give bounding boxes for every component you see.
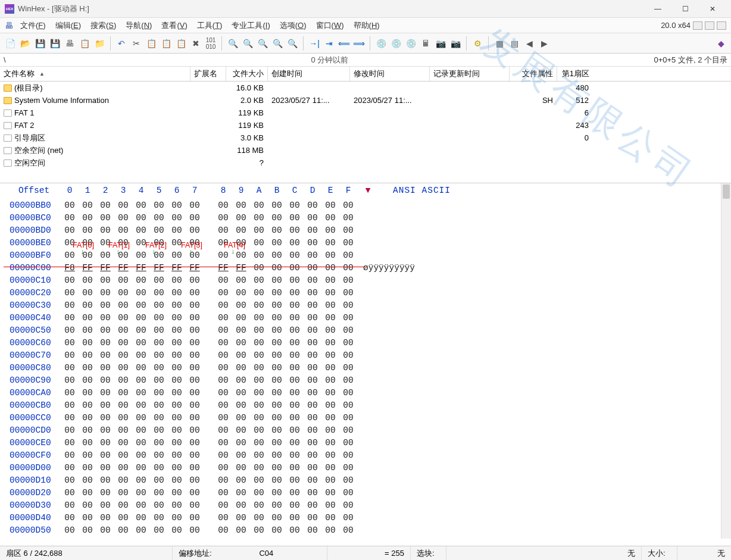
table-row[interactable]: (根目录) 16.0 KB 480 — [0, 82, 731, 94]
minimize-button[interactable]: — — [644, 1, 671, 17]
arrow-icon: ↓ — [80, 248, 85, 257]
menu-文件(F)[interactable]: 文件(F) — [15, 18, 51, 33]
hex-row[interactable]: 00000C3000000000000000000000000000000000 — [1, 299, 731, 312]
table-row[interactable]: System Volume Information 2.0 KB 2023/05… — [0, 94, 731, 107]
find-hex-icon[interactable]: 🔍 — [241, 37, 254, 50]
hex-row[interactable]: 00000BC000000000000000000000000000000000 — [1, 212, 731, 224]
disk3-icon[interactable]: 💿 — [404, 37, 417, 50]
hex-row[interactable]: 00000CF000000000000000000000000000000000 — [1, 449, 731, 462]
hex-row[interactable]: 00000CC000000000000000000000000000000000 — [1, 412, 731, 424]
menu-窗口(W)[interactable]: 窗口(W) — [311, 18, 349, 33]
copy-icon[interactable]: 📋 — [145, 37, 158, 50]
hex-row[interactable]: 00000CB000000000000000000000000000000000 — [1, 399, 731, 412]
folder-icon[interactable]: 📁 — [93, 37, 106, 50]
hex-row[interactable]: 00000D2000000000000000000000000000000000 — [1, 487, 731, 499]
binary-icon[interactable]: 101010 — [204, 37, 217, 50]
hex-row[interactable]: 00000D3000000000000000000000000000000000 — [1, 499, 731, 512]
file-list-header[interactable]: 文件名称 扩展名 文件大小 创建时间 修改时间 记录更新时间 文件属性 第1扇区 — [0, 67, 731, 82]
hex-row[interactable]: 00000CA000000000000000000000000000000000 — [1, 387, 731, 399]
col-ext[interactable]: 扩展名 — [190, 67, 226, 81]
table-row[interactable]: 引导扇区 3.0 KB 0 — [0, 132, 731, 144]
close-button[interactable]: ✕ — [699, 1, 726, 17]
menu-工具(T)[interactable]: 工具(T) — [192, 18, 227, 33]
cut-icon[interactable]: ✂ — [130, 37, 143, 50]
hex-row[interactable]: 00000D5000000000000000000000000000000000 — [1, 524, 731, 537]
menu-导航(N)[interactable]: 导航(N) — [121, 18, 157, 33]
prev-icon[interactable]: ◀ — [523, 37, 536, 50]
col-created[interactable]: 创建时间 — [268, 67, 350, 81]
table-row[interactable]: 空闲空间 ? — [0, 157, 731, 169]
hex-row[interactable]: 00000C4000000000000000000000000000000000 — [1, 312, 731, 324]
col-name[interactable]: 文件名称 — [0, 67, 190, 81]
goto-sector-icon[interactable]: ⇥ — [323, 37, 336, 50]
undo-icon[interactable]: ↶ — [115, 37, 128, 50]
hex-row[interactable]: 00000C7000000000000000000000000000000000 — [1, 349, 731, 362]
hex-row[interactable]: 00000BD000000000000000000000000000000000 — [1, 224, 731, 237]
disk-icon[interactable]: 💿 — [374, 37, 388, 50]
new-icon[interactable]: 📄 — [4, 37, 17, 50]
clipboard-icon[interactable]: 📋 — [160, 37, 173, 50]
saveas-icon[interactable]: 💾 — [48, 37, 61, 50]
col-updated[interactable]: 记录更新时间 — [430, 67, 510, 81]
hex-row[interactable]: 00000D0000000000000000000000000000000000 — [1, 462, 731, 474]
open-icon[interactable]: 📂 — [18, 37, 32, 50]
hex-row[interactable]: 00000C5000000000000000000000000000000000 — [1, 324, 731, 337]
save-icon[interactable]: 💾 — [33, 37, 46, 50]
find-icon[interactable]: 🔍 — [226, 37, 239, 50]
delete-icon[interactable]: ✖ — [189, 37, 202, 50]
hex-row[interactable]: 00000CD000000000000000000000000000000000 — [1, 424, 731, 437]
gear-icon[interactable]: ⚙ — [471, 37, 484, 50]
hex-row[interactable]: 00000C00F8FFFFFFFFFFFFFFFFFF000000000000… — [1, 262, 731, 274]
find-text-icon[interactable]: 🔍 — [256, 37, 269, 50]
hex-row[interactable]: 00000BB000000000000000000000000000000000 — [1, 199, 731, 212]
camera-icon[interactable]: 📷 — [434, 37, 447, 50]
table-row[interactable]: 空余空间 (net) 118 MB — [0, 144, 731, 157]
hex-row[interactable]: 00000C9000000000000000000000000000000000 — [1, 374, 731, 387]
hex-row[interactable]: 00000CE000000000000000000000000000000000 — [1, 437, 731, 449]
hex-row[interactable]: 00000BF000000000000000000000000000000000 — [1, 249, 731, 262]
col-attr[interactable]: 文件属性 — [510, 67, 557, 81]
goto-icon[interactable]: →| — [308, 37, 321, 50]
hex-row[interactable]: 00000C6000000000000000000000000000000000 — [1, 337, 731, 349]
mdi-restore-button[interactable] — [705, 21, 714, 30]
help-icon[interactable]: ◆ — [714, 37, 727, 50]
hex-col-5: 5 — [150, 184, 168, 197]
hex-row[interactable]: 00000C1000000000000000000000000000000000 — [1, 274, 731, 287]
status-value: = 255 — [327, 546, 411, 560]
table-row[interactable]: FAT 1 119 KB 6 — [0, 107, 731, 119]
mdi-min-button[interactable] — [693, 21, 702, 30]
col-sector[interactable]: 第1扇区 — [557, 67, 593, 81]
maximize-button[interactable]: ☐ — [671, 1, 699, 17]
back-icon[interactable]: ⟸ — [338, 37, 351, 50]
col-modified[interactable]: 修改时间 — [350, 67, 430, 81]
menu-搜索(S)[interactable]: 搜索(S) — [86, 18, 121, 33]
hex-row[interactable]: 00000D4000000000000000000000000000000000 — [1, 512, 731, 524]
col-size[interactable]: 文件大小 — [226, 67, 268, 81]
printer-icon[interactable]: 🖶 — [2, 19, 15, 32]
disk2-icon[interactable]: 💿 — [389, 37, 402, 50]
menu-选项(O)[interactable]: 选项(O) — [275, 18, 311, 33]
print-icon[interactable]: 🖶 — [63, 37, 76, 50]
hex-row[interactable]: 00000C8000000000000000000000000000000000 — [1, 362, 731, 374]
next-icon[interactable]: ▶ — [538, 37, 551, 50]
tool2-icon[interactable]: ▤ — [508, 37, 521, 50]
vertical-scrollbar[interactable] — [721, 183, 731, 539]
table-row[interactable]: FAT 2 119 KB 243 — [0, 119, 731, 132]
menu-查看(V)[interactable]: 查看(V) — [157, 18, 192, 33]
menu-帮助(H)[interactable]: 帮助(H) — [349, 18, 385, 33]
menu-专业工具(I)[interactable]: 专业工具(I) — [227, 18, 274, 33]
menu-编辑(E)[interactable]: 编辑(E) — [51, 18, 86, 33]
scrollbar-thumb[interactable] — [723, 184, 730, 199]
hex-row[interactable]: 00000D1000000000000000000000000000000000 — [1, 474, 731, 487]
properties-icon[interactable]: 📋 — [78, 37, 91, 50]
camera2-icon[interactable]: 📷 — [449, 37, 462, 50]
mdi-close-button[interactable] — [717, 21, 726, 30]
replace-hex-icon[interactable]: 🔍 — [286, 37, 299, 50]
forward-icon[interactable]: ⟹ — [352, 37, 366, 50]
calc-icon[interactable]: 🖩 — [419, 37, 432, 50]
tool1-icon[interactable]: ▦ — [493, 37, 506, 50]
paste-icon[interactable]: 📋 — [174, 37, 188, 50]
hex-editor[interactable]: Offset 0123456789ABCDEF ▼ ANSI ASCII 000… — [0, 183, 731, 537]
hex-row[interactable]: 00000C2000000000000000000000000000000000 — [1, 287, 731, 299]
replace-icon[interactable]: 🔍 — [271, 37, 284, 50]
